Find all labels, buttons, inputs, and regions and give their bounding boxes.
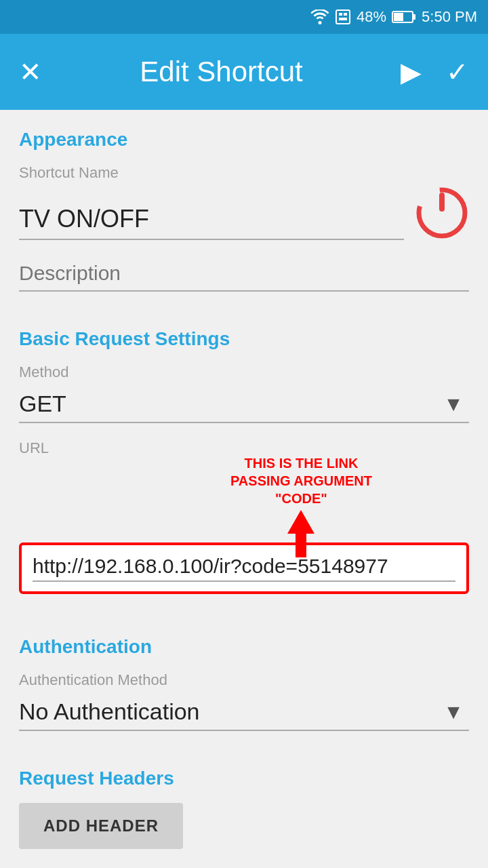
annotation-text: THIS IS THE LINK PASSING ARGUMENT "CODE" [230,454,372,507]
basic-request-section-header: Basic Request Settings [19,328,469,350]
svg-rect-6 [413,14,415,20]
auth-method-group: Authentication Method No Authentication … [19,671,469,731]
annotation-container: THIS IS THE LINK PASSING ARGUMENT "CODE" [19,461,469,542]
svg-rect-8 [439,193,445,212]
svg-rect-1 [339,13,342,16]
shortcut-name-group: Shortcut Name [19,164,469,240]
svg-rect-5 [394,13,403,21]
sim-icon [335,9,351,24]
shortcut-name-label: Shortcut Name [19,164,469,182]
battery-icon [392,10,416,24]
auth-dropdown[interactable]: No Authentication Basic Auth Digest Auth… [19,693,469,731]
status-icons: 48% 5:50 PM [310,8,477,26]
method-dropdown[interactable]: GET POST PUT DELETE PATCH [19,385,469,423]
description-input[interactable] [19,256,469,292]
method-label: Method [19,363,469,381]
url-input[interactable] [33,555,455,582]
app-bar: ✕ Edit Shortcut ▶ ✓ [0,34,488,110]
power-icon[interactable] [415,186,469,240]
add-header-button[interactable]: ADD HEADER [19,803,183,849]
authentication-section-header: Authentication [19,636,469,658]
content-area: Appearance Shortcut Name Basic Request S… [0,110,488,868]
method-dropdown-wrapper: GET POST PUT DELETE PATCH ▼ [19,385,469,423]
confirm-button[interactable]: ✓ [446,56,469,87]
shortcut-name-row [19,186,469,240]
method-group: Method GET POST PUT DELETE PATCH ▼ [19,363,469,423]
description-group [19,256,469,292]
annotation-arrow [230,510,372,557]
svg-marker-10 [287,510,314,557]
request-headers-section-header: Request Headers [19,768,469,789]
time-display: 5:50 PM [422,8,477,26]
page-title: Edit Shortcut [140,56,302,88]
appearance-section-header: Appearance [19,129,469,151]
close-button[interactable]: ✕ [19,56,42,87]
auth-dropdown-wrapper: No Authentication Basic Auth Digest Auth… [19,693,469,731]
status-bar: 48% 5:50 PM [0,0,488,34]
auth-method-label: Authentication Method [19,671,469,689]
url-section: URL THIS IS THE LINK PASSING ARGUMENT "C… [19,439,469,594]
play-button[interactable]: ▶ [401,56,422,87]
shortcut-name-input[interactable] [19,199,404,240]
svg-rect-3 [339,18,347,20]
svg-rect-0 [336,10,350,24]
svg-rect-2 [344,13,347,16]
down-arrow-icon [282,510,320,557]
battery-percent: 48% [357,8,386,26]
wifi-icon [310,9,329,24]
annotation-block: THIS IS THE LINK PASSING ARGUMENT "CODE" [230,454,372,557]
